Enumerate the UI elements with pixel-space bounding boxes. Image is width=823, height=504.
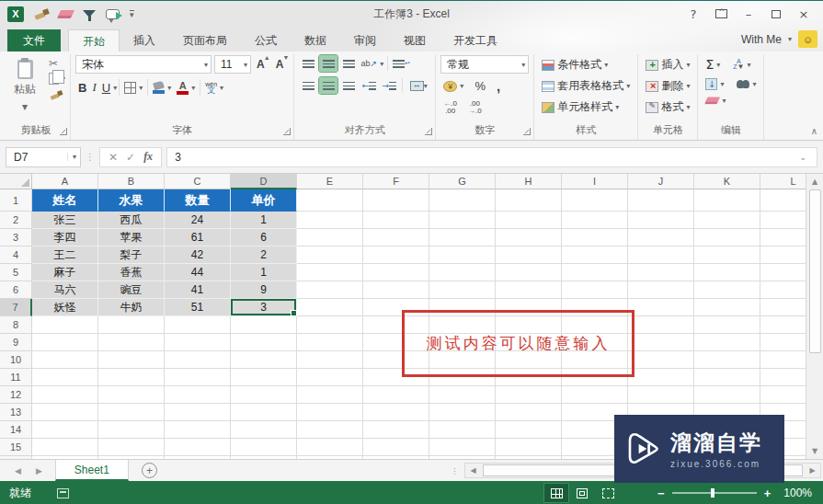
cell-K4[interactable] xyxy=(694,246,760,264)
cell-D3[interactable]: 6 xyxy=(231,229,297,246)
cell-C8[interactable] xyxy=(165,316,231,334)
scroll-left-icon[interactable]: ◀ xyxy=(465,463,481,478)
sort-filter-button[interactable]: AZ▼▾ xyxy=(730,57,753,72)
cell-A15[interactable] xyxy=(32,439,98,456)
dialog-launcher-icon[interactable] xyxy=(283,128,291,135)
cell-G16[interactable] xyxy=(429,456,496,459)
cell-B2[interactable]: 西瓜 xyxy=(98,212,165,229)
fill-color-button[interactable]: ▾ xyxy=(150,80,174,96)
select-all-corner[interactable] xyxy=(0,174,32,189)
cell-J9[interactable] xyxy=(628,334,694,351)
chevron-down-icon[interactable]: ▾ xyxy=(788,35,792,43)
cell-H14[interactable] xyxy=(496,421,562,439)
cell-C3[interactable]: 61 xyxy=(165,229,231,246)
cell-A5[interactable]: 麻子 xyxy=(32,264,98,281)
column-header-K[interactable]: K xyxy=(694,174,760,189)
cell-D7[interactable]: 3 xyxy=(231,299,297,316)
cell-A9[interactable] xyxy=(32,334,98,351)
cell-B7[interactable]: 牛奶 xyxy=(98,299,165,316)
cell-I6[interactable] xyxy=(562,281,628,299)
cell-H1[interactable] xyxy=(496,189,562,212)
cell-G3[interactable] xyxy=(429,229,496,246)
cell-A6[interactable]: 马六 xyxy=(32,281,98,299)
accounting-format-button[interactable]: ¥▾ xyxy=(440,79,466,94)
bold-button[interactable]: B xyxy=(75,79,89,97)
format-as-table-button[interactable]: 套用表格格式 ▾ xyxy=(539,76,633,96)
cell-J6[interactable] xyxy=(628,281,694,299)
row-header-12[interactable]: 12 xyxy=(0,386,32,404)
zoom-slider-thumb[interactable] xyxy=(711,488,714,498)
row-header-10[interactable]: 10 xyxy=(0,351,32,369)
cell-F1[interactable] xyxy=(363,189,429,212)
cell-H12[interactable] xyxy=(496,386,562,404)
new-sheet-icon[interactable]: + xyxy=(142,463,157,478)
chevron-down-icon[interactable]: ▾ xyxy=(380,60,383,68)
expand-formula-bar-icon[interactable]: ⌄ xyxy=(796,153,809,162)
normal-view-button[interactable] xyxy=(543,483,569,503)
column-header-L[interactable]: L xyxy=(760,174,806,189)
cell-J10[interactable] xyxy=(628,351,694,369)
tab-file[interactable]: 文件 xyxy=(7,29,61,52)
find-select-button[interactable]: ▾ xyxy=(734,78,759,90)
cell-H16[interactable] xyxy=(496,456,562,459)
cell-L12[interactable] xyxy=(760,386,806,404)
close-icon[interactable]: × xyxy=(792,5,816,23)
scroll-up-icon[interactable]: ▲ xyxy=(806,174,823,189)
column-header-D[interactable]: D xyxy=(231,174,297,189)
cell-C11[interactable] xyxy=(165,369,231,386)
cell-E14[interactable] xyxy=(297,421,363,439)
cell-F4[interactable] xyxy=(363,246,429,264)
cell-I3[interactable] xyxy=(562,229,628,246)
column-header-H[interactable]: H xyxy=(496,174,562,189)
cell-K6[interactable] xyxy=(694,281,760,299)
name-box[interactable]: D7 ▾ xyxy=(6,147,81,167)
middle-align-button[interactable] xyxy=(319,55,337,72)
cell-D4[interactable]: 2 xyxy=(231,246,297,264)
cell-C5[interactable]: 44 xyxy=(165,264,231,281)
cell-J4[interactable] xyxy=(628,246,694,264)
format-painter-icon[interactable] xyxy=(34,7,49,20)
cell-E7[interactable] xyxy=(297,299,363,316)
cell-B4[interactable]: 梨子 xyxy=(98,246,165,264)
cell-G15[interactable] xyxy=(429,439,496,456)
insert-function-icon[interactable]: fx xyxy=(143,150,153,164)
cell-L11[interactable] xyxy=(760,369,806,386)
cell-F15[interactable] xyxy=(363,439,429,456)
cell-G5[interactable] xyxy=(429,264,496,281)
cell-H4[interactable] xyxy=(496,246,562,264)
format-cells-button[interactable]: 格式 ▾ xyxy=(643,97,692,117)
cell-C7[interactable]: 51 xyxy=(165,299,231,316)
collapse-ribbon-icon[interactable]: ∧ xyxy=(811,126,817,136)
cell-E2[interactable] xyxy=(297,212,363,229)
copy-icon[interactable] xyxy=(49,73,59,85)
cut-icon[interactable]: ✂ xyxy=(49,58,65,69)
cell-C10[interactable] xyxy=(165,351,231,369)
cell-L9[interactable] xyxy=(760,334,806,351)
cell-E12[interactable] xyxy=(297,386,363,404)
cell-B1[interactable]: 水果 xyxy=(98,189,165,212)
cell-D2[interactable]: 1 xyxy=(231,212,297,229)
cell-B9[interactable] xyxy=(98,334,165,351)
cell-B13[interactable] xyxy=(98,404,165,421)
cell-styles-button[interactable]: 单元格样式 ▾ xyxy=(539,97,633,117)
cell-C13[interactable] xyxy=(165,404,231,421)
cell-A1[interactable]: 姓名 xyxy=(32,189,98,212)
conditional-formatting-button[interactable]: 条件格式 ▾ xyxy=(539,55,633,74)
cell-E16[interactable] xyxy=(297,456,363,459)
account-label[interactable]: With Me xyxy=(741,33,782,46)
font-color-button[interactable]: A ▾ xyxy=(174,79,198,97)
chevron-down-icon[interactable]: ▾ xyxy=(113,84,117,92)
comma-style-button[interactable]: , xyxy=(494,81,503,92)
cell-L7[interactable] xyxy=(760,299,806,316)
sheet-tab-sheet1[interactable]: Sheet1 xyxy=(55,460,129,481)
cell-K12[interactable] xyxy=(694,386,760,404)
wrap-text-button[interactable]: ↩ xyxy=(392,55,410,72)
cell-G1[interactable] xyxy=(429,189,496,212)
cell-G14[interactable] xyxy=(429,421,496,439)
cell-J7[interactable] xyxy=(628,299,694,316)
decrease-decimal-button[interactable]: .00→.0 xyxy=(465,98,485,117)
cell-I1[interactable] xyxy=(562,189,628,212)
cell-B12[interactable] xyxy=(98,386,165,404)
cell-A13[interactable] xyxy=(32,404,98,421)
column-header-E[interactable]: E xyxy=(297,174,363,189)
